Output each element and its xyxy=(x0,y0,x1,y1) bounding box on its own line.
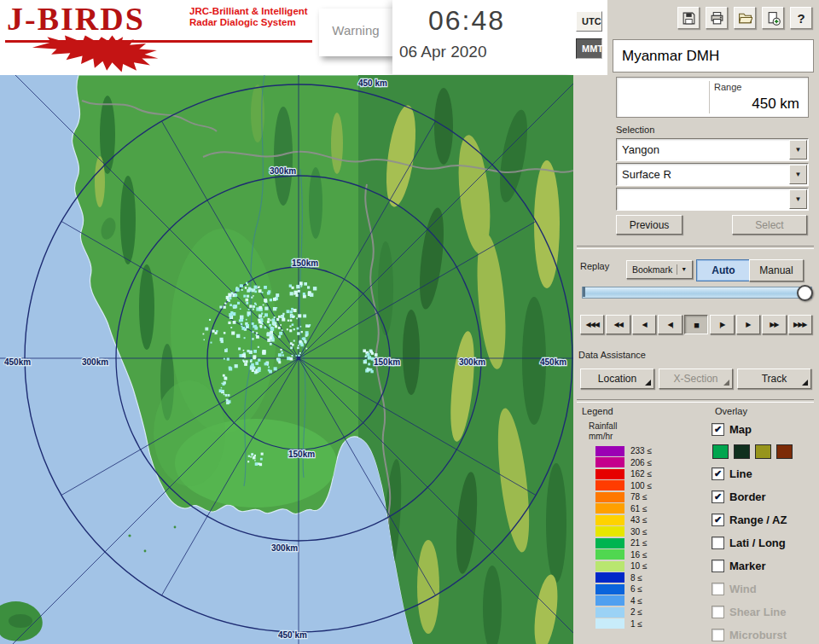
timeline-thumb[interactable] xyxy=(797,285,813,301)
overlay-item-border[interactable]: ✔Border xyxy=(712,485,817,508)
clock-time: 06:48 xyxy=(428,5,505,37)
legend-color-swatch xyxy=(595,595,624,606)
checkbox[interactable]: ✔ xyxy=(712,423,724,436)
print-button[interactable] xyxy=(706,7,728,29)
chevron-down-icon: ▼ xyxy=(677,264,687,275)
overlay-item-lati-long[interactable]: Lati / Long xyxy=(712,531,817,554)
checkbox[interactable]: ✔ xyxy=(712,490,724,503)
legend-value-label: 78 ≤ xyxy=(630,492,647,502)
playback-step-forward-button[interactable]: |▶ xyxy=(710,315,734,334)
overlay-item-shear-line[interactable]: Shear Line xyxy=(712,600,817,624)
chevron-down-icon[interactable]: ▼ xyxy=(789,189,807,209)
tab-auto[interactable]: Auto xyxy=(696,259,751,281)
save-button[interactable] xyxy=(677,7,700,29)
playback-rewind-full-button[interactable]: ◀◀◀ xyxy=(580,315,604,334)
playback-forward-full-button[interactable]: ▶▶▶ xyxy=(788,315,812,334)
select-button[interactable]: Select xyxy=(732,215,807,235)
legend-row: 30 ≤ xyxy=(595,526,652,538)
toolbar: ? xyxy=(677,7,812,29)
playback-play-button[interactable]: ▶ xyxy=(736,315,760,334)
checkbox[interactable] xyxy=(712,583,724,595)
overlay-item-map[interactable]: ✔Map xyxy=(712,418,817,441)
legend-color-swatch xyxy=(595,503,624,513)
legend-row: 162 ≤ xyxy=(595,468,652,480)
overlay-item-line[interactable]: ✔Line xyxy=(712,462,817,485)
svg-text:150km: 150km xyxy=(292,258,318,268)
legend-value-label: 61 ≤ xyxy=(630,504,647,513)
help-button[interactable]: ? xyxy=(790,7,812,29)
legend-label: Legend xyxy=(582,406,613,416)
playback-step-back-button[interactable]: ◀| xyxy=(658,315,682,334)
playback-play-reverse-button[interactable]: ◀ xyxy=(632,315,656,334)
warning-label: Warning xyxy=(319,9,392,38)
logo-tagline-line1: JRC-Brilliant & Intelligent xyxy=(189,6,308,17)
chevron-down-icon[interactable]: ▼ xyxy=(789,165,807,184)
map-style-swatch[interactable] xyxy=(776,444,793,459)
data-assistance-label: Data Assistance xyxy=(578,350,646,360)
legend-color-swatch xyxy=(595,618,624,629)
corner-arrow-icon xyxy=(723,380,729,386)
button-label: X-Section xyxy=(673,373,717,385)
legend-value-label: 21 ≤ xyxy=(630,538,647,548)
playback-rewind-button[interactable]: ◀◀ xyxy=(606,315,630,334)
track-button[interactable]: Track xyxy=(737,368,811,389)
location-button[interactable]: Location xyxy=(580,368,654,389)
overlay-item-marker[interactable]: Marker xyxy=(712,554,817,577)
control-panel: Range 450 km Selection Yangon ▼ Surface … xyxy=(573,75,819,644)
overlay-item-label: Map xyxy=(729,423,752,436)
timezone-column: UTC MMT xyxy=(573,0,607,75)
checkbox[interactable] xyxy=(712,537,724,549)
x-section-button[interactable]: X-Section xyxy=(659,368,733,389)
legend-color-swatch xyxy=(595,446,624,456)
map-style-swatch[interactable] xyxy=(734,444,750,459)
legend-value-label: 206 ≤ xyxy=(630,458,652,467)
bookmark-label: Bookmark xyxy=(632,264,672,275)
open-folder-button[interactable] xyxy=(734,7,756,29)
checkbox[interactable] xyxy=(712,606,724,618)
previous-button[interactable]: Previous xyxy=(616,215,682,235)
overlay-label: Overlay xyxy=(715,406,747,416)
legend-value-label: 10 ≤ xyxy=(630,561,647,571)
svg-text:150km: 150km xyxy=(374,357,400,367)
open-folder-icon xyxy=(738,11,752,26)
map-style-swatch[interactable] xyxy=(712,444,729,459)
selection-dropdown-site[interactable]: Yangon ▼ xyxy=(616,138,809,161)
warning-button[interactable]: Warning xyxy=(319,9,392,56)
legend-color-swatch xyxy=(595,607,624,618)
utc-button[interactable]: UTC xyxy=(576,11,602,32)
overlay-item-wind[interactable]: Wind xyxy=(712,577,817,600)
tab-manual[interactable]: Manual xyxy=(749,259,804,281)
legend-row: 8 ≤ xyxy=(595,572,652,584)
overlay-item-range-az[interactable]: ✔Range / AZ xyxy=(712,508,817,531)
checkbox[interactable]: ✔ xyxy=(712,467,724,480)
export-button[interactable] xyxy=(762,7,784,29)
selection-dropdown-extra[interactable]: ▼ xyxy=(616,188,809,211)
timeline-slider[interactable] xyxy=(582,287,812,299)
checkbox[interactable]: ✔ xyxy=(712,513,724,526)
save-icon xyxy=(682,11,696,26)
corner-arrow-icon xyxy=(802,380,808,386)
map-style-swatches xyxy=(712,441,817,462)
checkbox[interactable] xyxy=(712,629,724,641)
chevron-down-icon[interactable]: ▼ xyxy=(789,140,807,160)
legend-row: 61 ≤ xyxy=(595,503,652,515)
checkbox[interactable] xyxy=(712,560,724,572)
legend-row: 78 ≤ xyxy=(595,491,652,503)
selection-dropdown-product[interactable]: Surface R ▼ xyxy=(616,163,809,186)
legend-color-swatch xyxy=(595,538,624,548)
mmt-button[interactable]: MMT xyxy=(576,38,602,59)
legend-unit-line2: mm/hr xyxy=(589,432,613,441)
playback-stop-button[interactable]: ■ xyxy=(684,315,708,334)
separator xyxy=(577,246,814,249)
legend-color-swatch xyxy=(595,480,624,490)
jbirds-app: J-BIRDS JRC-Brilliant & Intelligent Rada… xyxy=(0,0,819,644)
button-label: Track xyxy=(762,373,787,385)
selection-label: Selection xyxy=(616,125,654,135)
overlay-item-microburst[interactable]: Microburst xyxy=(712,624,817,644)
legend-value-label: 4 ≤ xyxy=(630,596,642,606)
radar-map[interactable]: 450 km300km150km450km300km150km300km450k… xyxy=(0,75,573,644)
bookmark-button[interactable]: Bookmark ▼ xyxy=(626,260,693,279)
top-toolbar-area: ? Myanmar DMH xyxy=(607,0,819,75)
playback-fast-forward-button[interactable]: ▶▶ xyxy=(762,315,786,334)
map-style-swatch[interactable] xyxy=(755,444,771,459)
